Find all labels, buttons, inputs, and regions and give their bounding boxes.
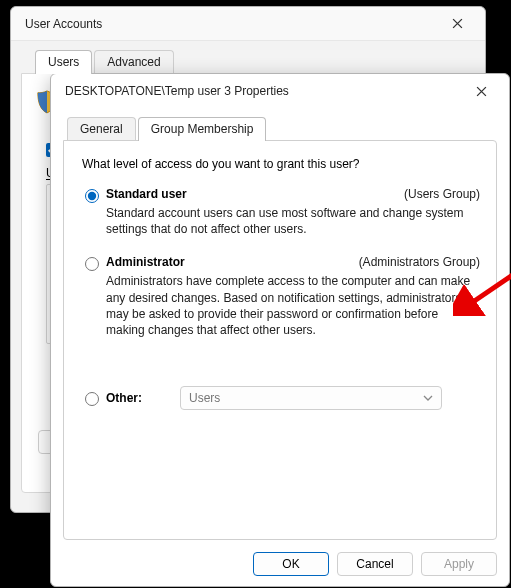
tabstrip: General Group Membership xyxy=(51,108,509,140)
option-label: Other: xyxy=(106,391,176,405)
titlebar: DESKTOPATONE\Temp user 3 Properties xyxy=(51,74,509,108)
window-title: User Accounts xyxy=(25,17,102,31)
user-properties-window: DESKTOPATONE\Temp user 3 Properties Gene… xyxy=(50,73,510,587)
tab-panel-group-membership: What level of access do you want to gran… xyxy=(63,140,497,540)
tab-users[interactable]: Users xyxy=(35,50,92,74)
cancel-button[interactable]: Cancel xyxy=(337,552,413,576)
tab-group-membership[interactable]: Group Membership xyxy=(138,117,267,141)
tab-advanced[interactable]: Advanced xyxy=(94,50,173,74)
option-description: Administrators have complete access to t… xyxy=(106,273,480,338)
close-button[interactable] xyxy=(465,79,497,103)
option-label: Administrator xyxy=(106,255,355,269)
tab-general[interactable]: General xyxy=(67,117,136,141)
close-button[interactable] xyxy=(441,12,473,36)
option-group-hint: (Administrators Group) xyxy=(359,255,480,269)
tabstrip: Users Advanced xyxy=(21,41,475,73)
option-group-hint: (Users Group) xyxy=(404,187,480,201)
option-standard-user: Standard user (Users Group) Standard acc… xyxy=(80,187,480,251)
dropdown-value: Users xyxy=(189,391,220,405)
radio-administrator[interactable] xyxy=(85,257,99,271)
close-icon xyxy=(476,86,487,97)
option-description: Standard account users can use most soft… xyxy=(106,205,480,237)
access-level-question: What level of access do you want to gran… xyxy=(82,157,480,171)
ok-button[interactable]: OK xyxy=(253,552,329,576)
close-icon xyxy=(452,18,463,29)
other-group-dropdown[interactable]: Users xyxy=(180,386,442,410)
radio-other[interactable] xyxy=(85,392,99,406)
option-administrator: Administrator (Administrators Group) Adm… xyxy=(80,255,480,352)
titlebar: User Accounts xyxy=(11,7,485,41)
option-label: Standard user xyxy=(106,187,400,201)
radio-standard-user[interactable] xyxy=(85,189,99,203)
dialog-buttons: OK Cancel Apply xyxy=(253,552,497,576)
option-other: Other: Users xyxy=(80,386,480,410)
apply-button[interactable]: Apply xyxy=(421,552,497,576)
window-title: DESKTOPATONE\Temp user 3 Properties xyxy=(65,84,289,98)
chevron-down-icon xyxy=(423,393,433,403)
